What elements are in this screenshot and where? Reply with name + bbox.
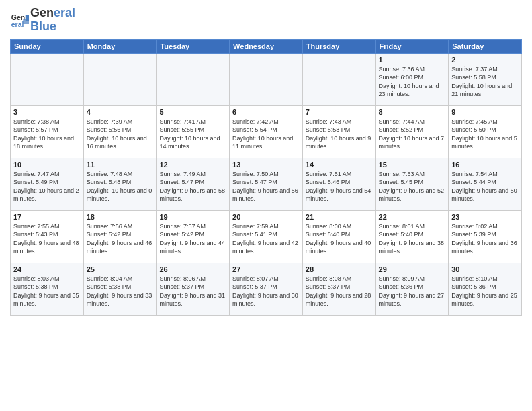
- day-info: Sunrise: 7:37 AM Sunset: 5:58 PM Dayligh…: [451, 65, 519, 99]
- calendar-cell: [11, 53, 84, 105]
- calendar-cell: 1Sunrise: 7:36 AM Sunset: 6:00 PM Daylig…: [375, 53, 449, 105]
- day-info: Sunrise: 8:06 AM Sunset: 5:37 PM Dayligh…: [159, 275, 226, 308]
- day-number: 28: [306, 265, 373, 273]
- calendar-cell: 10Sunrise: 7:47 AM Sunset: 5:49 PM Dayli…: [11, 158, 84, 210]
- header-day: Friday: [375, 39, 449, 53]
- day-number: 19: [159, 213, 226, 221]
- day-number: 5: [159, 108, 226, 116]
- calendar-cell: 3Sunrise: 7:38 AM Sunset: 5:57 PM Daylig…: [11, 105, 84, 158]
- day-number: 14: [306, 161, 373, 169]
- day-info: Sunrise: 8:09 AM Sunset: 5:36 PM Dayligh…: [379, 275, 446, 308]
- header-day: Monday: [83, 39, 157, 53]
- day-info: Sunrise: 8:02 AM Sunset: 5:39 PM Dayligh…: [451, 222, 519, 256]
- calendar-cell: 17Sunrise: 7:55 AM Sunset: 5:43 PM Dayli…: [11, 210, 84, 263]
- calendar-cell: 9Sunrise: 7:45 AM Sunset: 5:50 PM Daylig…: [449, 105, 522, 158]
- day-info: Sunrise: 7:39 AM Sunset: 5:56 PM Dayligh…: [87, 118, 154, 151]
- day-number: 4: [87, 108, 154, 116]
- calendar-week: 3Sunrise: 7:38 AM Sunset: 5:57 PM Daylig…: [11, 105, 522, 158]
- header-day: Sunday: [11, 39, 84, 53]
- calendar-cell: 22Sunrise: 8:01 AM Sunset: 5:40 PM Dayli…: [375, 210, 449, 263]
- calendar-cell: 28Sunrise: 8:08 AM Sunset: 5:37 PM Dayli…: [302, 263, 375, 315]
- day-info: Sunrise: 8:01 AM Sunset: 5:40 PM Dayligh…: [379, 222, 446, 256]
- day-info: Sunrise: 8:04 AM Sunset: 5:38 PM Dayligh…: [87, 275, 154, 308]
- header-day: Saturday: [449, 39, 522, 53]
- day-info: Sunrise: 7:55 AM Sunset: 5:43 PM Dayligh…: [13, 222, 81, 256]
- calendar-cell: 2Sunrise: 7:37 AM Sunset: 5:58 PM Daylig…: [449, 53, 522, 105]
- day-number: 3: [13, 108, 81, 116]
- calendar-cell: 13Sunrise: 7:50 AM Sunset: 5:47 PM Dayli…: [230, 158, 303, 210]
- calendar-cell: [157, 53, 230, 105]
- calendar-cell: 29Sunrise: 8:09 AM Sunset: 5:36 PM Dayli…: [375, 263, 449, 315]
- calendar-week: 10Sunrise: 7:47 AM Sunset: 5:49 PM Dayli…: [11, 158, 522, 210]
- calendar-cell: 25Sunrise: 8:04 AM Sunset: 5:38 PM Dayli…: [83, 263, 157, 315]
- day-info: Sunrise: 7:49 AM Sunset: 5:47 PM Dayligh…: [159, 170, 226, 203]
- header-day: Thursday: [302, 39, 375, 53]
- day-info: Sunrise: 7:43 AM Sunset: 5:53 PM Dayligh…: [306, 118, 373, 151]
- calendar-cell: 6Sunrise: 7:42 AM Sunset: 5:54 PM Daylig…: [230, 105, 303, 158]
- day-info: Sunrise: 7:57 AM Sunset: 5:42 PM Dayligh…: [159, 222, 226, 256]
- calendar-cell: 5Sunrise: 7:41 AM Sunset: 5:55 PM Daylig…: [157, 105, 230, 158]
- day-number: 6: [232, 108, 300, 116]
- day-info: Sunrise: 7:36 AM Sunset: 6:00 PM Dayligh…: [379, 65, 446, 99]
- day-info: Sunrise: 8:00 AM Sunset: 5:40 PM Dayligh…: [306, 222, 373, 256]
- day-number: 21: [306, 213, 373, 221]
- calendar-cell: 21Sunrise: 8:00 AM Sunset: 5:40 PM Dayli…: [302, 210, 375, 263]
- day-number: 30: [451, 265, 519, 273]
- day-number: 29: [379, 265, 446, 273]
- day-number: 25: [87, 265, 154, 273]
- calendar-cell: 20Sunrise: 7:59 AM Sunset: 5:41 PM Dayli…: [230, 210, 303, 263]
- calendar-cell: 11Sunrise: 7:48 AM Sunset: 5:48 PM Dayli…: [83, 158, 157, 210]
- header-row: SundayMondayTuesdayWednesdayThursdayFrid…: [11, 39, 522, 53]
- header: Gen eral General Blue: [10, 7, 522, 34]
- calendar-page: Gen eral General Blue SundayMondayTuesda…: [0, 0, 532, 411]
- day-info: Sunrise: 7:45 AM Sunset: 5:50 PM Dayligh…: [451, 118, 519, 151]
- day-number: 18: [87, 213, 154, 221]
- day-number: 11: [87, 161, 154, 169]
- svg-text:eral: eral: [11, 19, 24, 28]
- calendar-cell: [230, 53, 303, 105]
- logo-text-line1: General: [30, 7, 75, 20]
- calendar-cell: [302, 53, 375, 105]
- day-info: Sunrise: 7:42 AM Sunset: 5:54 PM Dayligh…: [232, 118, 300, 151]
- day-info: Sunrise: 8:03 AM Sunset: 5:38 PM Dayligh…: [13, 275, 81, 308]
- day-info: Sunrise: 7:41 AM Sunset: 5:55 PM Dayligh…: [159, 118, 226, 151]
- calendar-cell: 4Sunrise: 7:39 AM Sunset: 5:56 PM Daylig…: [83, 105, 157, 158]
- calendar-cell: 24Sunrise: 8:03 AM Sunset: 5:38 PM Dayli…: [11, 263, 84, 315]
- day-number: 17: [13, 213, 81, 221]
- day-info: Sunrise: 7:56 AM Sunset: 5:42 PM Dayligh…: [87, 222, 154, 256]
- calendar-cell: 8Sunrise: 7:44 AM Sunset: 5:52 PM Daylig…: [375, 105, 449, 158]
- day-info: Sunrise: 8:07 AM Sunset: 5:37 PM Dayligh…: [232, 275, 300, 308]
- day-number: 24: [13, 265, 81, 273]
- day-number: 22: [379, 213, 446, 221]
- day-info: Sunrise: 7:53 AM Sunset: 5:45 PM Dayligh…: [379, 170, 446, 203]
- header-day: Tuesday: [157, 39, 230, 53]
- calendar-week: 1Sunrise: 7:36 AM Sunset: 6:00 PM Daylig…: [11, 53, 522, 105]
- day-number: 1: [379, 56, 446, 64]
- day-info: Sunrise: 7:50 AM Sunset: 5:47 PM Dayligh…: [232, 170, 300, 203]
- day-number: 16: [451, 161, 519, 169]
- logo-icon: Gen eral: [10, 11, 29, 30]
- calendar-cell: [83, 53, 157, 105]
- calendar-cell: 26Sunrise: 8:06 AM Sunset: 5:37 PM Dayli…: [157, 263, 230, 315]
- day-info: Sunrise: 7:47 AM Sunset: 5:49 PM Dayligh…: [13, 170, 81, 203]
- day-info: Sunrise: 7:51 AM Sunset: 5:46 PM Dayligh…: [306, 170, 373, 203]
- calendar-cell: 30Sunrise: 8:10 AM Sunset: 5:36 PM Dayli…: [449, 263, 522, 315]
- header-day: Wednesday: [230, 39, 303, 53]
- day-number: 20: [232, 213, 300, 221]
- day-number: 13: [232, 161, 300, 169]
- day-number: 26: [159, 265, 226, 273]
- day-info: Sunrise: 7:59 AM Sunset: 5:41 PM Dayligh…: [232, 222, 300, 256]
- day-number: 23: [451, 213, 519, 221]
- day-number: 12: [159, 161, 226, 169]
- day-number: 2: [451, 56, 519, 64]
- svg-marker-3: [23, 19, 29, 24]
- day-info: Sunrise: 7:44 AM Sunset: 5:52 PM Dayligh…: [379, 118, 446, 151]
- calendar-cell: 14Sunrise: 7:51 AM Sunset: 5:46 PM Dayli…: [302, 158, 375, 210]
- logo-text-line2: Blue: [30, 20, 75, 34]
- calendar-cell: 12Sunrise: 7:49 AM Sunset: 5:47 PM Dayli…: [157, 158, 230, 210]
- calendar-week: 17Sunrise: 7:55 AM Sunset: 5:43 PM Dayli…: [11, 210, 522, 263]
- calendar-table: SundayMondayTuesdayWednesdayThursdayFrid…: [10, 39, 522, 316]
- calendar-cell: 23Sunrise: 8:02 AM Sunset: 5:39 PM Dayli…: [449, 210, 522, 263]
- day-info: Sunrise: 7:54 AM Sunset: 5:44 PM Dayligh…: [451, 170, 519, 203]
- logo: Gen eral General Blue: [10, 7, 75, 34]
